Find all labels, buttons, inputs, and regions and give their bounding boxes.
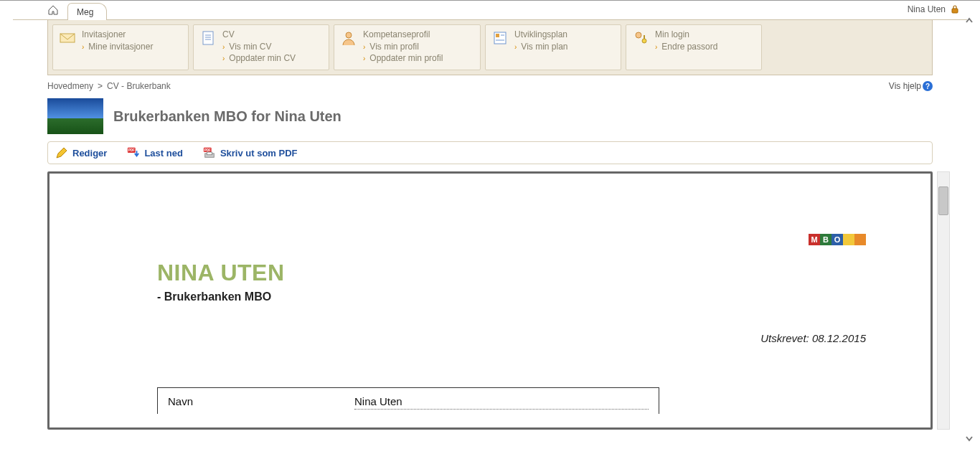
logo-block bbox=[854, 234, 866, 245]
tab-label: Meg bbox=[77, 7, 93, 17]
menu-link-label: Mine invitasjoner bbox=[88, 42, 153, 52]
chevron-right-icon: › bbox=[363, 43, 365, 51]
menu-title: Utviklingsplan bbox=[514, 29, 613, 39]
breadcrumb-page: CV - Brukerbank bbox=[107, 81, 171, 91]
menu-link-oppdater-min-profil[interactable]: ›Oppdater min profil bbox=[363, 52, 473, 64]
document-icon bbox=[199, 29, 217, 47]
menu-card-min-login: Min login ›Endre passord bbox=[626, 24, 762, 70]
menu-card-kompetanseprofil: Kompetanseprofil ›Vis min profil ›Oppdat… bbox=[334, 24, 481, 70]
table-row: Navn Nina Uten bbox=[158, 388, 659, 414]
menu-card-utviklingsplan: Utviklingsplan ›Vis min plan bbox=[485, 24, 621, 70]
tab-meg[interactable]: Meg bbox=[67, 3, 107, 20]
profile-icon bbox=[340, 29, 357, 47]
tab-row: Meg Nina Uten bbox=[13, 0, 967, 20]
user-name: Nina Uten bbox=[908, 4, 946, 14]
menu-title: Min login bbox=[655, 29, 754, 39]
pdf-download-icon: PDF bbox=[127, 146, 140, 159]
download-button[interactable]: PDF Last ned bbox=[127, 146, 182, 159]
scrollbar-thumb[interactable] bbox=[938, 186, 948, 215]
svg-text:PDF: PDF bbox=[128, 148, 135, 152]
menu-link-label: Vis min profil bbox=[369, 42, 418, 52]
help-link[interactable]: Vis hjelp ? bbox=[889, 81, 933, 91]
menu-link-vis-min-profil[interactable]: ›Vis min profil bbox=[363, 41, 473, 52]
svg-point-6 bbox=[346, 32, 352, 38]
doc-info-table: Navn Nina Uten bbox=[157, 387, 659, 414]
menu-title: CV bbox=[222, 29, 321, 39]
button-label: Rediger bbox=[72, 148, 107, 159]
plan-icon bbox=[491, 29, 509, 47]
menu-link-label: Vis min CV bbox=[229, 42, 271, 52]
menu-link-endre-passord[interactable]: ›Endre passord bbox=[655, 41, 754, 52]
pencil-icon bbox=[55, 146, 68, 159]
mbo-logo: M B O bbox=[809, 234, 866, 245]
breadcrumb-sep: > bbox=[98, 81, 103, 91]
user-key-icon bbox=[632, 29, 649, 47]
user-lock-icon[interactable] bbox=[950, 4, 960, 14]
svg-text:PDF: PDF bbox=[204, 148, 211, 152]
breadcrumb: Hovedmeny > CV - Brukerbank bbox=[47, 81, 171, 91]
menu-link-mine-invitasjoner[interactable]: ›Mine invitasjoner bbox=[82, 41, 181, 52]
svg-point-12 bbox=[642, 39, 646, 43]
document-page: M B O NINA UTEN - Brukerbanken MBO Utskr… bbox=[50, 174, 930, 430]
home-icon[interactable] bbox=[47, 5, 59, 15]
breadcrumb-root[interactable]: Hovedmeny bbox=[47, 81, 93, 91]
page-title: Brukerbanken MBO for Nina Uten bbox=[113, 108, 341, 125]
breadcrumb-row: Hovedmeny > CV - Brukerbank Vis hjelp ? bbox=[47, 78, 933, 95]
menu-bar: Invitasjoner ›Mine invitasjoner CV ›Vis … bbox=[47, 20, 933, 75]
button-label: Skriv ut som PDF bbox=[220, 148, 298, 159]
user-area: Nina Uten bbox=[908, 4, 960, 14]
svg-rect-8 bbox=[496, 34, 499, 37]
menu-link-label: Vis min plan bbox=[521, 42, 567, 52]
doc-person-name: NINA UTEN bbox=[157, 260, 887, 286]
header-image bbox=[47, 98, 103, 134]
chevron-right-icon: › bbox=[655, 43, 657, 51]
edit-button[interactable]: Rediger bbox=[55, 146, 107, 159]
menu-title: Invitasjoner bbox=[82, 29, 181, 39]
pdf-print-icon: PDF bbox=[203, 146, 216, 159]
chevron-right-icon: › bbox=[514, 43, 517, 51]
menu-link-label: Endre passord bbox=[661, 42, 717, 52]
chevron-right-icon: › bbox=[82, 43, 84, 51]
menu-link-vis-min-cv[interactable]: ›Vis min CV bbox=[222, 41, 321, 52]
document-frame: M B O NINA UTEN - Brukerbanken MBO Utskr… bbox=[47, 171, 933, 430]
logo-block bbox=[843, 234, 854, 245]
page-scroll-up-icon[interactable] bbox=[963, 14, 976, 27]
chevron-right-icon: › bbox=[222, 43, 225, 51]
chevron-right-icon: › bbox=[222, 55, 225, 62]
help-label: Vis hjelp bbox=[889, 81, 921, 91]
row-value: Nina Uten bbox=[354, 395, 649, 410]
print-pdf-button[interactable]: PDF Skriv ut som PDF bbox=[203, 146, 298, 159]
menu-link-oppdater-min-cv[interactable]: ›Oppdater min CV bbox=[222, 52, 321, 64]
row-label: Navn bbox=[168, 395, 354, 410]
toolbar: Rediger PDF Last ned PDF Skriv ut som PD… bbox=[47, 141, 933, 164]
menu-link-label: Oppdater min CV bbox=[229, 53, 296, 63]
page-scroll-down-icon[interactable] bbox=[963, 432, 976, 445]
menu-link-vis-min-plan[interactable]: ›Vis min plan bbox=[514, 41, 613, 52]
logo-letter: O bbox=[831, 234, 843, 245]
mail-icon bbox=[59, 29, 76, 47]
chevron-right-icon: › bbox=[363, 55, 365, 62]
svg-point-11 bbox=[636, 32, 641, 38]
svg-rect-19 bbox=[207, 152, 212, 155]
title-row: Brukerbanken MBO for Nina Uten bbox=[47, 95, 933, 141]
document-scrollbar[interactable] bbox=[937, 171, 950, 430]
doc-subtitle: - Brukerbanken MBO bbox=[157, 290, 887, 303]
help-icon: ? bbox=[923, 81, 933, 91]
document-container: M B O NINA UTEN - Brukerbanken MBO Utskr… bbox=[47, 171, 933, 430]
doc-printed-date: Utskrevet: 08.12.2015 bbox=[157, 332, 866, 344]
button-label: Last ned bbox=[144, 148, 182, 159]
logo-letter: B bbox=[820, 234, 831, 245]
logo-letter: M bbox=[809, 234, 820, 245]
svg-rect-2 bbox=[203, 32, 213, 44]
svg-rect-0 bbox=[952, 9, 958, 13]
menu-link-label: Oppdater min profil bbox=[369, 53, 443, 63]
menu-card-invitasjoner: Invitasjoner ›Mine invitasjoner bbox=[52, 24, 189, 70]
menu-title: Kompetanseprofil bbox=[363, 29, 473, 39]
menu-card-cv: CV ›Vis min CV ›Oppdater min CV bbox=[193, 24, 329, 70]
